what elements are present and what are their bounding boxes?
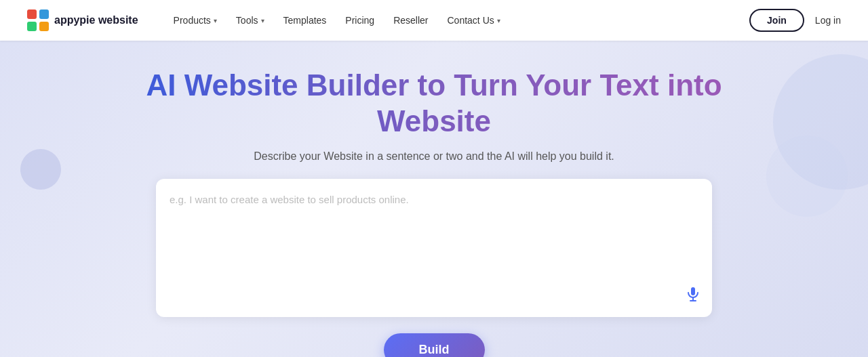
nav-item-templates[interactable]: Templates <box>275 11 335 30</box>
prompt-container <box>156 179 712 317</box>
prompt-textarea[interactable] <box>170 192 698 301</box>
svg-rect-4 <box>691 287 695 295</box>
hero-title: AI Website Builder to Turn Your Text int… <box>129 68 739 140</box>
tools-chevron-icon: ▾ <box>261 17 264 24</box>
nav-item-products[interactable]: Products ▾ <box>165 11 225 30</box>
contact-chevron-icon: ▾ <box>497 17 500 24</box>
nav-item-tools[interactable]: Tools ▾ <box>228 11 273 30</box>
hero-subtitle: Describe your Website in a sentence or t… <box>254 150 614 163</box>
logo-text: appypie website <box>54 14 138 26</box>
logo[interactable]: appypie website <box>27 9 138 31</box>
nav-links: Products ▾ Tools ▾ Templates Pricing Res… <box>165 11 749 30</box>
svg-rect-3 <box>39 22 49 31</box>
login-button[interactable]: Log in <box>815 15 841 26</box>
products-chevron-icon: ▾ <box>214 17 217 24</box>
nav-item-contact[interactable]: Contact Us ▾ <box>439 11 509 30</box>
nav-item-pricing[interactable]: Pricing <box>337 11 382 30</box>
page-background: appypie website Products ▾ Tools ▾ Templ… <box>0 0 868 357</box>
join-button[interactable]: Join <box>749 9 804 32</box>
svg-rect-2 <box>27 22 37 31</box>
nav-item-reseller[interactable]: Reseller <box>385 11 436 30</box>
microphone-icon[interactable] <box>685 286 701 306</box>
svg-rect-0 <box>27 9 37 19</box>
main-content: AI Website Builder to Turn Your Text int… <box>0 41 868 357</box>
build-button[interactable]: Build <box>384 333 485 357</box>
svg-rect-1 <box>39 9 49 19</box>
nav-actions: Join Log in <box>749 9 841 32</box>
navbar: appypie website Products ▾ Tools ▾ Templ… <box>0 0 868 41</box>
logo-icon <box>27 9 49 31</box>
